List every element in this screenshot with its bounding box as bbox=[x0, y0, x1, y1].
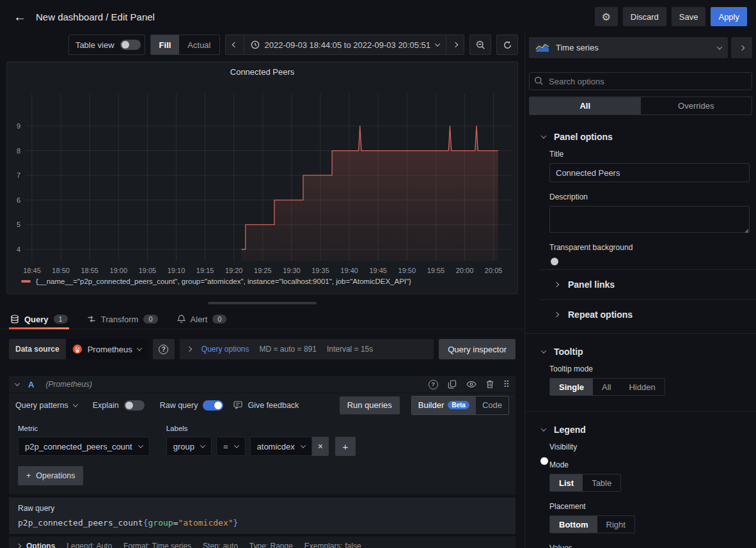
raw-query-toggle[interactable] bbox=[203, 400, 223, 411]
give-feedback-link[interactable]: Give feedback bbox=[248, 401, 299, 410]
run-queries-button[interactable]: Run queries bbox=[340, 396, 400, 414]
search-options-input[interactable] bbox=[529, 72, 752, 90]
legend-placement-bottom[interactable]: Bottom bbox=[550, 516, 597, 533]
query-help-icon[interactable]: ? bbox=[429, 380, 438, 389]
drag-handle-icon[interactable]: ⠿ bbox=[503, 379, 509, 389]
code-metric: p2p_connected_peers_count bbox=[18, 518, 143, 528]
tooltip-mode-hidden[interactable]: Hidden bbox=[620, 379, 664, 395]
apply-button[interactable]: Apply bbox=[711, 7, 747, 26]
legend-section-header[interactable]: Legend bbox=[525, 412, 756, 442]
query-inspector-button[interactable]: Query inspector bbox=[439, 339, 516, 359]
repeat-options-expander[interactable]: Repeat options bbox=[525, 300, 756, 329]
options-expander[interactable]: Options bbox=[17, 542, 55, 548]
metric-select[interactable]: p2p_connected_peers_count bbox=[18, 437, 150, 456]
options-sidebar: Time series All Overrides Panel options … bbox=[524, 33, 756, 548]
disable-query-eye-icon[interactable] bbox=[466, 380, 476, 388]
query-header: A (Prometheus) ? ⠿ bbox=[9, 376, 516, 393]
time-range-button[interactable]: 2022-09-03 18:44:05 to 2022-09-03 20:05:… bbox=[244, 35, 446, 54]
label-operator-value: = bbox=[223, 442, 228, 451]
legend-placement-right[interactable]: Right bbox=[597, 516, 634, 533]
help-circle-icon: ? bbox=[159, 345, 168, 354]
svg-text:6: 6 bbox=[17, 196, 20, 204]
back-button[interactable]: ← bbox=[9, 6, 31, 27]
code-option[interactable]: Code bbox=[476, 396, 508, 414]
collapse-query-icon[interactable] bbox=[15, 380, 20, 386]
query-options-footer: Options Legend: Auto Format: Time series… bbox=[9, 536, 516, 548]
label-name-select[interactable]: group bbox=[166, 437, 212, 456]
step-option: Step: auto bbox=[203, 542, 238, 548]
query-options-label: Query options bbox=[201, 345, 249, 354]
tab-transform[interactable]: Transform 0 bbox=[87, 309, 158, 329]
table-view-toggle[interactable] bbox=[120, 40, 141, 50]
panel-options-title: Panel options bbox=[554, 132, 613, 142]
tab-query[interactable]: Query 1 bbox=[10, 309, 68, 329]
labels-label: Labels bbox=[166, 425, 356, 432]
search-options-wrap bbox=[529, 72, 752, 90]
svg-text:19:55: 19:55 bbox=[427, 267, 445, 274]
duplicate-query-icon[interactable] bbox=[448, 380, 457, 389]
tooltip-section-header[interactable]: Tooltip bbox=[525, 334, 756, 364]
legend-mode-list[interactable]: List bbox=[550, 474, 583, 491]
svg-text:19:00: 19:00 bbox=[110, 267, 128, 274]
zoom-out-button[interactable] bbox=[469, 35, 491, 55]
add-label-button[interactable]: + bbox=[335, 437, 356, 456]
svg-text:19:20: 19:20 bbox=[225, 267, 243, 274]
beta-badge: Beta bbox=[448, 401, 469, 409]
panel-options-section-header[interactable]: Panel options bbox=[525, 115, 756, 150]
panel-title-input[interactable] bbox=[549, 163, 750, 182]
builder-option[interactable]: Builder Beta bbox=[412, 396, 476, 414]
chevron-left-icon bbox=[232, 42, 237, 47]
bell-icon bbox=[177, 315, 185, 324]
chevron-right-icon bbox=[187, 347, 192, 352]
label-value-value: atomicdex bbox=[257, 442, 295, 451]
time-shift-forward-button[interactable] bbox=[446, 35, 464, 54]
query-patterns-dropdown[interactable]: Query patterns bbox=[15, 401, 77, 410]
datasource-help-button[interactable]: ? bbox=[153, 339, 175, 359]
filter-tab-all[interactable]: All bbox=[530, 97, 641, 114]
chevron-down-icon bbox=[541, 348, 546, 353]
tooltip-mode-single[interactable]: Single bbox=[550, 379, 593, 395]
remove-label-button[interactable]: × bbox=[312, 437, 329, 456]
chevron-down-icon bbox=[72, 402, 77, 407]
tooltip-section-title: Tooltip bbox=[554, 347, 583, 357]
query-options-bar[interactable]: Query options MD = auto = 891 Interval =… bbox=[180, 339, 434, 359]
svg-text:19:05: 19:05 bbox=[139, 267, 157, 274]
legend-visibility-label: Visibility bbox=[549, 442, 750, 451]
collapse-sidebar-button[interactable] bbox=[731, 37, 752, 58]
builder-label: Builder bbox=[418, 400, 444, 410]
add-operations-button[interactable]: + Operations bbox=[18, 466, 83, 485]
label-value-select[interactable]: atomicdex bbox=[250, 437, 312, 456]
legend-mode-table[interactable]: Table bbox=[583, 474, 620, 491]
panel-resize-handle[interactable] bbox=[208, 302, 317, 304]
legend-label[interactable]: {__name__="p2p_connected_peers_count", g… bbox=[36, 278, 411, 285]
legend-placement-segment: Bottom Right bbox=[549, 515, 635, 533]
svg-text:9: 9 bbox=[17, 122, 20, 130]
svg-text:8: 8 bbox=[17, 147, 20, 155]
panel-links-expander[interactable]: Panel links bbox=[525, 270, 756, 299]
refresh-button[interactable] bbox=[496, 35, 518, 55]
explain-toggle[interactable] bbox=[124, 400, 145, 411]
actual-option[interactable]: Actual bbox=[179, 35, 219, 54]
delete-query-trash-icon[interactable] bbox=[486, 380, 494, 389]
description-textarea[interactable] bbox=[549, 206, 750, 233]
timeseries-chart[interactable]: 98765418:4518:5018:5519:0019:0519:1019:1… bbox=[7, 77, 517, 276]
tab-alert-count: 0 bbox=[212, 315, 226, 324]
save-button[interactable]: Save bbox=[672, 7, 706, 26]
fill-option[interactable]: Fill bbox=[151, 35, 180, 54]
filter-tab-overrides[interactable]: Overrides bbox=[641, 97, 752, 114]
panel-settings-button[interactable]: ⚙ bbox=[595, 7, 618, 26]
time-shift-back-button[interactable] bbox=[226, 35, 244, 54]
label-operator-select[interactable]: = bbox=[216, 437, 246, 456]
tab-alert[interactable]: Alert 0 bbox=[177, 309, 227, 329]
discard-button[interactable]: Discard bbox=[623, 7, 666, 26]
code-close-brace: } bbox=[233, 518, 239, 528]
tooltip-mode-all[interactable]: All bbox=[593, 379, 620, 395]
arrow-left-icon: ← bbox=[13, 10, 26, 24]
datasource-picker[interactable]: Prometheus bbox=[66, 339, 148, 359]
svg-text:4: 4 bbox=[17, 246, 20, 253]
tab-transform-count: 0 bbox=[143, 315, 157, 324]
visualization-picker[interactable]: Time series bbox=[529, 37, 728, 58]
top-bar: ← New dashboard / Edit Panel ⚙ Discard S… bbox=[0, 0, 756, 33]
builder-code-segment: Builder Beta Code bbox=[411, 396, 509, 415]
metric-value: p2p_connected_peers_count bbox=[25, 442, 132, 451]
